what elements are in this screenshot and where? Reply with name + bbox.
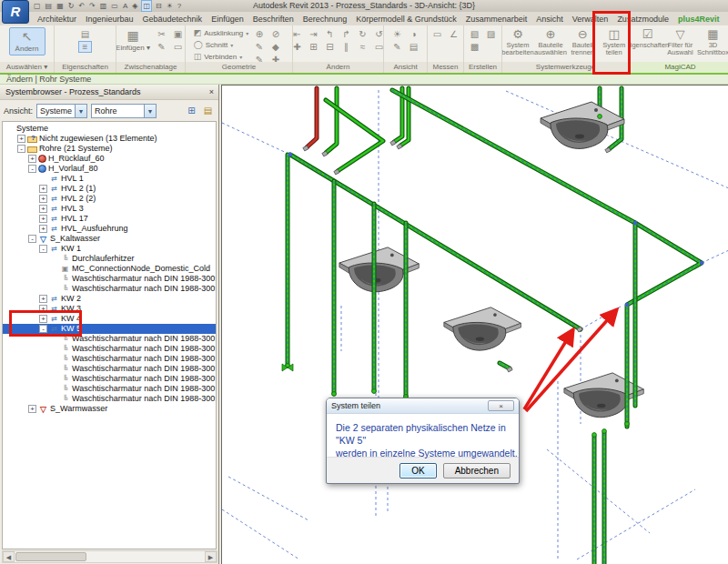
dialog-titlebar[interactable]: System teilen ×	[327, 398, 519, 414]
geo1-button[interactable]: ⊕	[252, 28, 266, 40]
m11-button[interactable]: ≈	[356, 41, 369, 53]
tree-item-kw-1[interactable]: -⇄KW 1	[3, 244, 216, 254]
print-icon[interactable]: ▥	[99, 1, 108, 11]
collapse-icon[interactable]: -	[28, 165, 36, 173]
3d-view-canvas[interactable]	[222, 86, 728, 564]
m5-icon[interactable]: ↻	[359, 30, 366, 39]
expand-icon[interactable]: +	[17, 135, 25, 143]
pen-icon[interactable]: ✎	[256, 55, 263, 63]
m10-icon[interactable]: ∥	[344, 43, 349, 52]
discipline-dropdown[interactable]: Rohre ▼	[91, 104, 157, 118]
tab-geb-udetechnik[interactable]: Gebäudetechnik	[138, 15, 207, 24]
match-icon[interactable]: ▭	[174, 43, 182, 52]
undo-icon[interactable]: ↶	[77, 1, 86, 11]
connector-node[interactable]	[625, 303, 629, 307]
ribbon-button-einf-gen[interactable]: ▦Einfügen ▾	[116, 27, 151, 54]
tab-ansicht[interactable]: Ansicht	[531, 15, 568, 24]
mc-filter-icon[interactable]: ▽	[676, 28, 685, 40]
tab-k-rpermodell-grundst-ck[interactable]: Körpermodell & Grundstück	[351, 15, 461, 24]
tree-item-hvl-ausfuehrung[interactable]: +⇄HVL_Ausfuehrung	[3, 224, 216, 234]
cut-button[interactable]: ✂	[155, 28, 168, 40]
box2-icon[interactable]: ▨	[487, 30, 495, 39]
tree-item-mc-connectionnode-domestic-cold[interactable]: +▣MC_ConnectionNode_Domestic_Cold	[3, 264, 216, 274]
mc-box-icon[interactable]: ▦	[707, 28, 718, 40]
revit-logo-button[interactable]: R	[2, 0, 29, 24]
tree-item-nicht-zugewiesen-13-elemente-[interactable]: +Nicht zugewiesen (13 Elemente)	[3, 134, 216, 144]
render-icon[interactable]: ☀	[166, 1, 174, 11]
brush-icon[interactable]: ✎	[157, 43, 165, 52]
scrollbar-thumb[interactable]	[15, 552, 86, 561]
ribbon-button--ndern[interactable]: ↖Ändern	[9, 27, 46, 55]
collapse-icon[interactable]: -	[39, 245, 47, 253]
collapse-icon[interactable]: -	[17, 145, 25, 153]
panel-label-zwischenablage[interactable]: Zwischenablage	[116, 62, 185, 73]
box3-button[interactable]: ▩	[468, 41, 481, 53]
cope-icon[interactable]: ◯	[194, 41, 203, 49]
chevron-down-icon[interactable]: ▼	[75, 105, 86, 117]
panel-label-magicad[interactable]: MagiCAD	[630, 62, 728, 73]
geo3-button[interactable]: ✎	[252, 41, 266, 53]
pipe-fitting[interactable]	[332, 392, 337, 397]
tree-item-waschtischarmatur-nach-din-1988-300-wate[interactable]: +╚Waschtischarmatur nach DIN 1988-300: W…	[3, 384, 216, 394]
plus-icon[interactable]: ✚	[272, 55, 279, 63]
tree-item-waschtischarmatur-nach-din-1988-300-wate[interactable]: +╚Waschtischarmatur nach DIN 1988-300: W…	[3, 344, 216, 354]
view-3d-icon[interactable]: ◫	[141, 0, 152, 12]
tab-plus4revit[interactable]: plus4Revit	[673, 15, 724, 24]
tab-architektur[interactable]: Architektur	[33, 15, 81, 24]
pipe-fitting[interactable]	[592, 433, 597, 438]
box2-button[interactable]: ▨	[484, 28, 498, 40]
geo1-icon[interactable]: ⊕	[256, 30, 263, 39]
tree-item-s-kaltwasser[interactable]: -▽S_Kaltwasser	[3, 234, 216, 244]
m6-icon[interactable]: ↺	[375, 30, 382, 39]
tree-item-hvl-2-2-[interactable]: +⇄HVL 2 (2)	[3, 194, 216, 204]
sys-disc-icon[interactable]: ⊖	[578, 28, 588, 40]
rows-icon[interactable]: ▤	[410, 43, 418, 52]
m7-button[interactable]: ✚	[293, 41, 304, 53]
geo2-button[interactable]: ⊘	[268, 28, 282, 40]
plus-button[interactable]: ✚	[268, 54, 282, 62]
redo-icon[interactable]: ↷	[88, 1, 96, 11]
pipe-fitting[interactable]	[598, 115, 602, 119]
tab-ingenieurbau[interactable]: Ingenieurbau	[81, 15, 138, 24]
m2-icon[interactable]: ⇥	[309, 30, 317, 39]
panel-label-ändern[interactable]: Ändern	[293, 62, 383, 73]
tree-item-waschtischarmatur-nach-din-1988-300-wate[interactable]: +╚Waschtischarmatur nach DIN 1988-300: W…	[3, 394, 216, 404]
m9-button[interactable]: ⊟	[323, 41, 337, 53]
ribbon-button-bauteile-ausw-hlen[interactable]: ⊕Bauteile auswählen	[535, 27, 566, 56]
expand-icon[interactable]: +	[39, 185, 47, 193]
section-icon[interactable]: ⊟	[155, 1, 163, 11]
pipe-green[interactable]	[326, 100, 383, 171]
ribbon-button-filter-f-r-auswahl[interactable]: ▽Filter für Auswahl	[665, 27, 696, 56]
m5-button[interactable]: ↻	[356, 28, 369, 40]
horizontal-scrollbar[interactable]: ◀ ▶	[2, 550, 217, 563]
tree-item-h-vorlauf-80[interactable]: -H_Vorlauf_80	[3, 164, 216, 174]
bulb-icon[interactable]: ☀	[393, 30, 401, 39]
ribbon-button-ausklinkung[interactable]: ◩Ausklinkung▾	[194, 27, 249, 38]
expand-icon[interactable]: +	[28, 155, 36, 163]
tab-plantool[interactable]: Plantool	[723, 15, 728, 24]
ribbon-button-verbinden[interactable]: ◫Verbinden▾	[194, 51, 249, 62]
tree-item-h-r-cklauf-60[interactable]: +H_Rücklauf_60	[3, 154, 216, 164]
pipe-fitting[interactable]	[602, 429, 607, 434]
m4-icon[interactable]: ↱	[342, 30, 349, 39]
m12-button[interactable]: ▭	[372, 41, 383, 53]
copy-button[interactable]: ▣	[171, 28, 185, 40]
tree-item-hvl-17[interactable]: +⇄HVL 17	[3, 214, 216, 224]
panel-label-messen[interactable]: Messen	[428, 62, 463, 73]
m11-icon[interactable]: ≈	[360, 43, 366, 52]
panel-label-geometrie[interactable]: Geometrie	[186, 62, 292, 73]
tree-item-durchlauferhitzer[interactable]: +╚Durchlauferhitzer	[3, 254, 216, 264]
m7-icon[interactable]: ✚	[293, 43, 300, 52]
scroll-left-icon[interactable]: ◀	[3, 551, 15, 562]
ribbon-button-system-bearbeiten[interactable]: ⚙System bearbeiten	[502, 27, 533, 56]
notch-icon[interactable]: ◩	[194, 29, 202, 37]
expand-icon[interactable]: +	[39, 195, 47, 203]
3d-viewport[interactable]	[221, 85, 728, 564]
m3-icon[interactable]: ↰	[326, 30, 333, 39]
tree-item-waschtischarmatur-nach-din-1988-300-wate[interactable]: +╚Waschtischarmatur nach DIN 1988-300: W…	[3, 374, 216, 384]
props-icon[interactable]: ▤	[81, 30, 89, 39]
pipe-fitting[interactable]	[372, 389, 377, 394]
cancel-button[interactable]: Abbrechen	[443, 463, 511, 478]
help-icon[interactable]: ?	[177, 1, 182, 11]
text-icon[interactable]: A	[122, 1, 128, 11]
